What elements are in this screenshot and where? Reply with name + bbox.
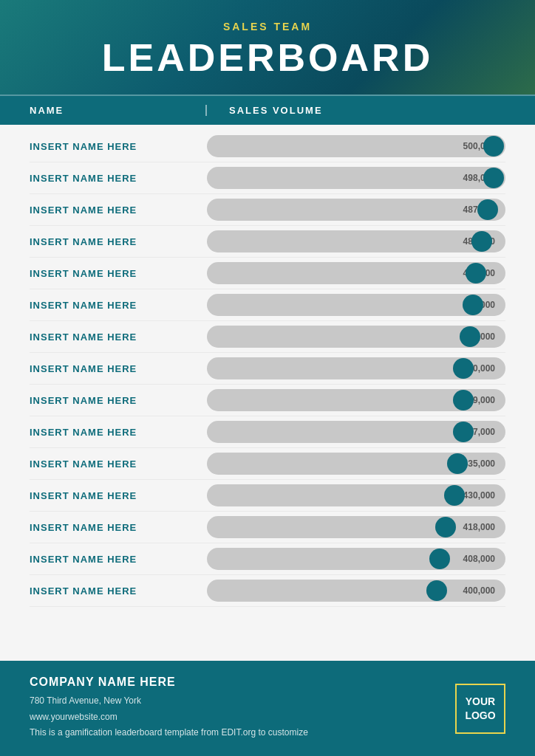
bar-container: 487,000	[207, 199, 505, 221]
bar-container: 480,000	[207, 230, 505, 252]
bar-dot	[453, 390, 474, 410]
bar-dot	[477, 199, 498, 220]
bar-container: 418,000	[207, 516, 505, 538]
table-row: INSERT NAME HERE449,000	[30, 385, 505, 416]
table-row: INSERT NAME HERE498,000	[30, 162, 505, 194]
footer-address-line3: This is a gamification leaderboard templ…	[30, 725, 308, 741]
row-name: INSERT NAME HERE	[30, 268, 207, 279]
row-name: INSERT NAME HERE	[30, 395, 207, 406]
table-row: INSERT NAME HERE500,000	[30, 131, 505, 162]
row-name: INSERT NAME HERE	[30, 458, 207, 470]
bar-container: 435,000	[207, 453, 505, 475]
header-title: Leaderboard	[30, 35, 505, 80]
footer-company: COMPANY NAME HERE	[30, 676, 308, 689]
logo-line1: YOUR	[466, 695, 495, 707]
bar-dot	[471, 231, 492, 252]
row-name: INSERT NAME HERE	[30, 363, 207, 374]
table-row: INSERT NAME HERE460,000	[30, 321, 505, 353]
footer-logo: YOUR LOGO	[455, 684, 505, 734]
bar-container: 498,000	[207, 167, 505, 189]
bar-dot	[453, 422, 474, 442]
column-headers: NAME SALES VOLUME	[0, 94, 535, 125]
table-row: INSERT NAME HERE447,000	[30, 416, 505, 448]
row-name: INSERT NAME HERE	[30, 205, 207, 216]
row-name: INSERT NAME HERE	[30, 427, 207, 438]
table-row: INSERT NAME HERE470,000	[30, 258, 505, 289]
row-name: INSERT NAME HERE	[30, 490, 207, 501]
footer-address: 780 Third Avenue, New York www.yourwebsi…	[30, 693, 308, 741]
row-name: INSERT NAME HERE	[30, 300, 207, 311]
row-name: INSERT NAME HERE	[30, 331, 207, 343]
footer-logo-text: YOUR LOGO	[465, 695, 495, 721]
bar-dot	[435, 517, 456, 537]
table-row: INSERT NAME HERE466,000	[30, 289, 505, 321]
bar-container: 466,000	[207, 294, 505, 316]
bar-container: 470,000	[207, 262, 505, 284]
table-row: INSERT NAME HERE418,000	[30, 512, 505, 543]
table-row: INSERT NAME HERE430,000	[30, 480, 505, 512]
bar-value: 430,000	[463, 490, 495, 501]
bar-dot	[453, 358, 474, 379]
col-sales-label: SALES VOLUME	[207, 105, 505, 116]
table-row: INSERT NAME HERE487,000	[30, 194, 505, 226]
bar-dot	[429, 549, 450, 569]
bar-container: 430,000	[207, 484, 505, 506]
bar-dot	[483, 136, 504, 157]
bar-dot	[444, 485, 465, 506]
footer-address-line2: www.yourwebsite.com	[30, 709, 308, 726]
header: Sales Team Leaderboard	[0, 0, 535, 94]
bar-container: 500,000	[207, 135, 505, 157]
bar-container: 400,000	[207, 580, 505, 602]
row-name: INSERT NAME HERE	[30, 554, 207, 565]
bar-value: 435,000	[463, 458, 495, 469]
bar-container: 450,000	[207, 357, 505, 379]
table-row: INSERT NAME HERE450,000	[30, 353, 505, 385]
footer-address-line1: 780 Third Avenue, New York	[30, 693, 308, 709]
bar-dot	[483, 168, 504, 188]
bar-container: 449,000	[207, 389, 505, 411]
bar-dot	[447, 453, 468, 474]
bar-dot	[426, 580, 447, 601]
table-row: INSERT NAME HERE408,000	[30, 543, 505, 575]
row-name: INSERT NAME HERE	[30, 236, 207, 247]
col-name-label: NAME	[30, 105, 207, 116]
row-name: INSERT NAME HERE	[30, 141, 207, 152]
header-subtitle: Sales Team	[30, 21, 505, 32]
leaderboard-body: INSERT NAME HERE500,000INSERT NAME HERE4…	[0, 125, 535, 661]
row-name: INSERT NAME HERE	[30, 522, 207, 533]
table-row: INSERT NAME HERE435,000	[30, 448, 505, 480]
row-name: INSERT NAME HERE	[30, 585, 207, 597]
bar-value: 400,000	[463, 585, 495, 596]
bar-value: 408,000	[463, 554, 495, 564]
logo-line2: LOGO	[465, 709, 495, 721]
table-row: INSERT NAME HERE480,000	[30, 226, 505, 258]
footer-info: COMPANY NAME HERE 780 Third Avenue, New …	[30, 676, 308, 741]
bar-dot	[463, 295, 483, 315]
bar-container: 408,000	[207, 548, 505, 570]
bar-dot	[466, 263, 486, 284]
table-row: INSERT NAME HERE400,000	[30, 575, 505, 607]
row-name: INSERT NAME HERE	[30, 173, 207, 184]
footer: COMPANY NAME HERE 780 Third Avenue, New …	[0, 661, 535, 756]
bar-container: 460,000	[207, 326, 505, 348]
bar-container: 447,000	[207, 421, 505, 443]
bar-dot	[460, 326, 480, 347]
bar-value: 418,000	[463, 522, 495, 532]
